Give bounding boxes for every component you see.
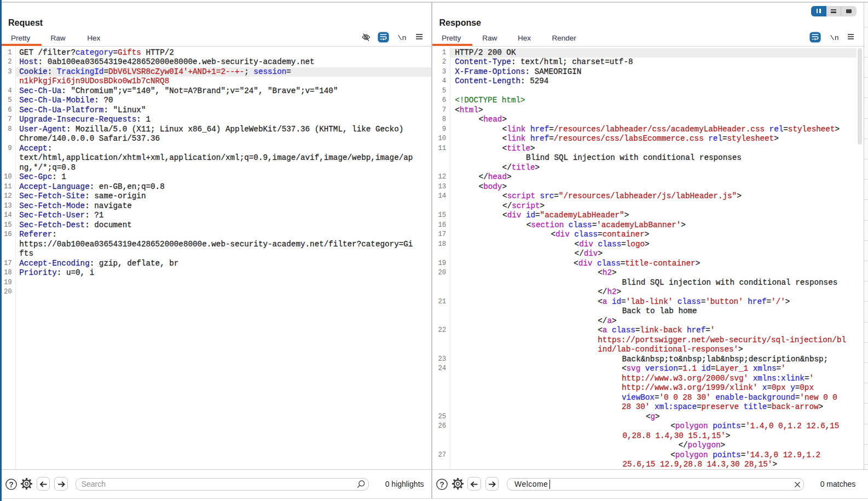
- svg-text:?: ?: [439, 480, 444, 488]
- svg-text:?: ?: [9, 480, 14, 488]
